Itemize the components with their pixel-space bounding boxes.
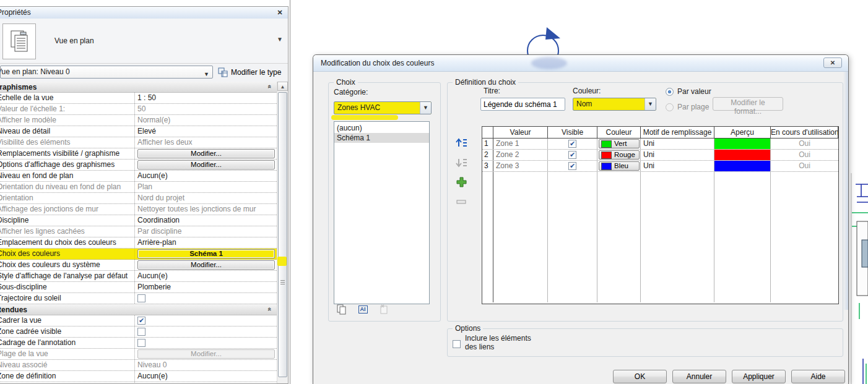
checkbox-unchecked[interactable] — [137, 294, 145, 302]
color-preview — [714, 161, 770, 171]
par-plage-radio: Par plage — [666, 103, 709, 111]
color-button[interactable]: Bleu — [599, 161, 640, 171]
property-row[interactable]: Echelle de la vue1 : 50 — [0, 93, 277, 104]
ok-button[interactable]: OK — [613, 370, 667, 383]
group-label: Options — [453, 324, 483, 333]
par-valeur-radio[interactable]: Par valeur — [666, 87, 711, 96]
checkbox-checked[interactable]: ✔ — [568, 162, 576, 170]
scrollbar-grip — [280, 280, 285, 284]
property-row[interactable]: Décalage de la ligne de bordure204.0 — [0, 382, 277, 383]
property-row[interactable]: Style d'affichage de l'analyse par défau… — [0, 271, 277, 282]
palette-title: Propriétés — [0, 7, 31, 19]
property-row[interactable]: Visibilité des élémentsAfficher les deux — [0, 137, 277, 148]
property-row[interactable]: Niveau en fond de planAucun(e) — [0, 171, 277, 182]
glass-reflection — [531, 57, 567, 69]
annuler-button[interactable]: Annuler — [672, 370, 726, 383]
property-row[interactable]: Plage de la vueModifier... — [0, 349, 277, 360]
property-row[interactable]: Options d'affichage des graphismesModifi… — [0, 160, 277, 171]
appliquer-button[interactable]: Appliquer — [732, 370, 786, 383]
couleur-combo[interactable]: Nom ▼ — [573, 98, 656, 111]
collapse-chevron-icon[interactable]: « — [266, 85, 274, 88]
color-scheme-table: Valeur Visible Couleur Motif de rempliss… — [482, 126, 839, 304]
scheme-list-item-selected[interactable]: Schéma 1 — [334, 133, 429, 143]
scroll-up-icon[interactable]: ▲ — [277, 82, 288, 91]
property-row[interactable]: OrientationNord du projet — [0, 193, 277, 204]
property-row[interactable]: Cadrage de l'annotation — [0, 338, 277, 349]
chevron-down-icon[interactable]: ▼ — [277, 36, 283, 43]
property-row[interactable]: Sous-disciplinePlomberie — [0, 282, 277, 293]
table-row[interactable]: 3 Zone 3 ✔ Bleu Uni Oui — [482, 161, 838, 172]
property-row[interactable]: Niveau de détailElevé — [0, 126, 277, 137]
modifier-button[interactable]: Modifier... — [137, 160, 275, 169]
group-label: Choix — [334, 78, 358, 87]
scheme-list[interactable]: (aucun) Schéma 1 — [334, 121, 430, 304]
property-row[interactable]: Choix des couleurs du systèmeModifier... — [0, 260, 277, 271]
checkbox-checked[interactable]: ✔ — [568, 140, 576, 148]
scrollbar-thumb[interactable] — [278, 92, 287, 377]
plan-view-icon — [2, 23, 36, 59]
categorie-combo[interactable]: Zones HVAC ▼ — [334, 101, 432, 114]
chevron-down-icon: ▼ — [420, 102, 431, 114]
type-selector[interactable]: Vue en plan ▼ — [0, 19, 288, 64]
property-row[interactable]: Afficher le modèleNormal(e) — [0, 115, 277, 126]
include-links-label: Inclure les éléments des liens — [465, 334, 531, 351]
close-icon[interactable]: ✕ — [823, 58, 842, 68]
property-row[interactable]: Afficher les lignes cachéesPar disciplin… — [0, 226, 277, 237]
property-row[interactable]: Niveau associéNiveau 0 — [0, 360, 277, 371]
table-row[interactable]: 1 Zone 1 ✔ Vert Uni Oui — [482, 139, 838, 150]
instance-selector-combo[interactable]: Vue en plan: Niveau 0 ▼ — [0, 66, 213, 79]
include-links-checkbox[interactable] — [453, 340, 461, 348]
glass-frame — [843, 72, 848, 310]
dialog-title: Modification du choix des couleurs — [321, 59, 434, 67]
property-row[interactable]: Remplacements visibilité / graphismeModi… — [0, 148, 277, 160]
schema-button[interactable]: Schéma 1 — [137, 249, 275, 258]
checkbox-unchecked[interactable] — [137, 328, 145, 336]
color-preview — [714, 139, 770, 149]
titre-input[interactable] — [480, 98, 565, 111]
property-row[interactable]: Emplacement du choix des couleursArrière… — [0, 237, 277, 249]
scrollbar-vertical[interactable]: ▲ — [277, 82, 288, 383]
close-icon[interactable]: ✕ — [276, 8, 284, 17]
property-row[interactable]: Affichage des jonctions de murNettoyer t… — [0, 204, 277, 215]
dialog-client-area: Choix Catégorie: Zones HVAC ▼ (aucun) Sc… — [313, 72, 848, 384]
collapse-chevron-icon[interactable]: « — [266, 307, 274, 311]
section-header-graphismes[interactable]: Graphismes « — [0, 82, 277, 93]
radio-selected-icon — [666, 88, 674, 96]
checkbox-checked[interactable]: ✔ — [568, 151, 576, 159]
rename-scheme-icon[interactable]: AI — [356, 303, 370, 315]
properties-palette: Propriétés ✕ Vue en plan ▼ Vue en plan: … — [0, 6, 289, 384]
color-button[interactable]: Vert — [599, 139, 640, 148]
property-row[interactable]: Trajectoire du soleil — [0, 293, 277, 304]
modify-type-icon — [218, 67, 228, 77]
modifier-button[interactable]: Modifier... — [137, 260, 275, 270]
checkbox-checked[interactable]: ✔ — [137, 317, 145, 325]
chevron-down-icon: ▼ — [644, 98, 656, 110]
definition-group: Définition du choix Titre: Couleur: Nom … — [447, 82, 843, 322]
property-row[interactable]: Cadrer la vue✔ — [0, 315, 277, 326]
modify-type-button[interactable]: Modifier le type — [218, 64, 287, 80]
delete-scheme-icon — [377, 303, 391, 315]
table-row[interactable]: 2 Zone 2 ✔ Rouge Uni Oui — [482, 150, 838, 161]
color-button[interactable]: Rouge — [599, 150, 640, 160]
property-row-choix-des-couleurs[interactable]: Choix des couleursSchéma 1 — [0, 249, 277, 260]
property-row[interactable]: Valeur de l'échelle 1:50 — [0, 104, 277, 115]
highlight-marker — [277, 257, 287, 266]
duplicate-scheme-icon[interactable] — [335, 303, 349, 315]
type-selector-label: Vue en plan — [54, 36, 94, 45]
property-row[interactable]: Zone de définitionAucun(e) — [0, 371, 277, 382]
color-swatch — [601, 151, 612, 159]
checkbox-unchecked[interactable] — [137, 339, 145, 347]
scheme-list-item[interactable]: (aucun) — [334, 123, 429, 133]
dialog-titlebar[interactable]: Modification du choix des couleurs ✕ — [313, 55, 848, 72]
property-row[interactable]: DisciplineCoordination — [0, 215, 277, 226]
highlight-marker — [331, 115, 398, 120]
group-label: Définition du choix — [453, 78, 518, 87]
aide-button[interactable]: Aide — [791, 370, 845, 383]
property-row[interactable]: Zone cadrée visible — [0, 326, 277, 338]
plan-drawing-fragment — [849, 173, 868, 384]
modifier-button[interactable]: Modifier... — [137, 149, 275, 158]
color-scheme-dialog: Modification du choix des couleurs ✕ Cho… — [313, 54, 849, 384]
property-row[interactable]: Orientation du niveau en fond de planPla… — [0, 182, 277, 193]
section-header-etendues[interactable]: Etendues « — [0, 304, 277, 315]
palette-titlebar[interactable]: Propriétés ✕ — [0, 7, 288, 19]
